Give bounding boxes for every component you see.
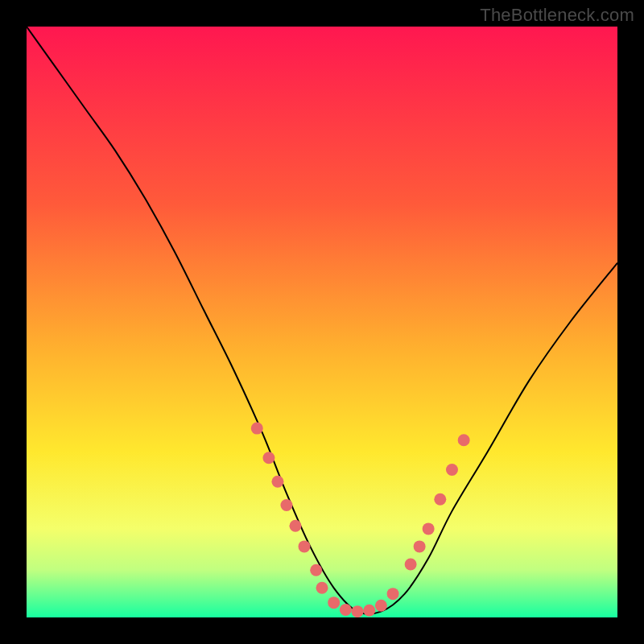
highlight-dot <box>405 558 417 570</box>
highlight-dot <box>375 600 387 612</box>
highlight-dot <box>352 605 364 617</box>
highlight-dot <box>251 423 263 435</box>
highlight-dot <box>423 522 435 535</box>
highlight-dot <box>363 605 375 617</box>
watermark-text: TheBottleneck.com <box>480 5 634 26</box>
highlight-dot <box>434 493 446 506</box>
chart-svg <box>27 27 617 617</box>
highlight-dot <box>387 588 399 600</box>
highlight-dot <box>328 597 340 609</box>
highlight-dot <box>262 452 275 464</box>
gradient-background <box>27 27 617 617</box>
chart-container: TheBottleneck.com <box>0 0 644 644</box>
highlight-dot <box>289 520 301 532</box>
highlight-dot <box>458 434 470 446</box>
highlight-dot <box>271 476 283 488</box>
highlight-dot <box>298 540 310 552</box>
highlight-dot <box>316 582 328 594</box>
highlight-dot <box>446 464 458 476</box>
highlight-dot <box>340 604 352 616</box>
highlight-dot <box>310 564 322 576</box>
highlight-dot <box>280 499 292 511</box>
plot-area <box>27 27 617 617</box>
highlight-dot <box>414 540 426 552</box>
